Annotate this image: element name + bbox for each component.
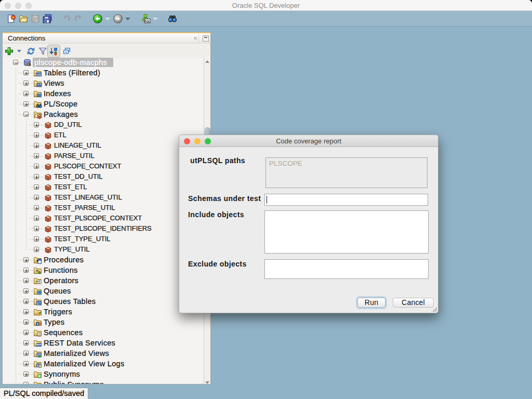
svg-text:SQL: SQL [144,20,151,23]
svg-text:a: a [37,323,38,325]
svg-text:123: 123 [37,333,42,336]
svg-text:9: 9 [39,323,41,325]
svg-text:REST: REST [36,344,42,346]
